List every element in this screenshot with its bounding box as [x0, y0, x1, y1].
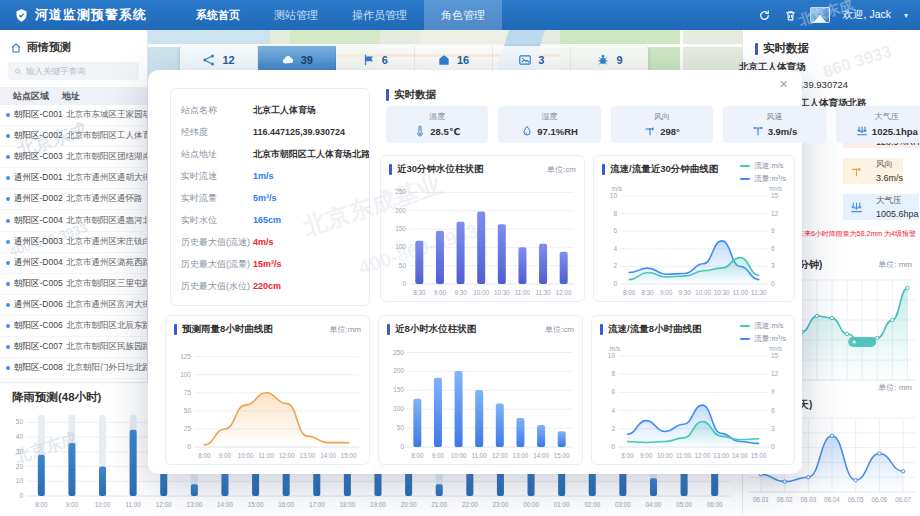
modal-realtime-tiles: 温度 28.5℃ 湿度 97.1%RH 风向 298° 风速	[386, 106, 920, 143]
svg-text:9:00: 9:00	[219, 452, 232, 459]
rain-forecast-title: 雨情预测	[27, 40, 71, 55]
refresh-icon[interactable]	[758, 9, 771, 22]
flow8-chart: 002346698121015m/sm³/s8:009:0010:0011:00…	[594, 340, 792, 462]
svg-text:8:00: 8:00	[198, 452, 211, 459]
svg-text:10:00: 10:00	[451, 452, 467, 459]
tile-circle	[843, 158, 869, 184]
tile-value: 1025.1hpa	[872, 126, 918, 137]
info-row: 历史最大值(流速) 4m/s	[181, 231, 359, 253]
map-stat-value: 16	[457, 54, 469, 66]
nav-tab[interactable]: 角色管理	[424, 0, 502, 30]
svg-text:30: 30	[16, 448, 24, 455]
station-row[interactable]: 朝阳区-C002 北京市朝阳区工人体育场北路	[0, 126, 147, 147]
bug-icon	[596, 53, 610, 67]
svg-text:12:00: 12:00	[694, 452, 710, 459]
svg-text:9:00: 9:00	[640, 452, 653, 459]
svg-text:14:00: 14:00	[217, 501, 233, 508]
tile-label: 风速	[723, 111, 825, 122]
station-row[interactable]: 朝阳区-C006 北京市朝阳区北辰东路	[0, 316, 147, 337]
svg-text:14:00: 14:00	[320, 452, 336, 459]
water30-card: 近30分钟水位柱状图 单位:cm 0501001502002508:309:00…	[380, 155, 585, 302]
svg-text:15: 15	[771, 192, 779, 199]
station-region: 通州区-D006	[14, 299, 66, 311]
realtime-tile: 大气压 1025.1hpa	[836, 106, 920, 143]
station-table-body: 朝阳区-C001 北京市东城区王家园胡同 朝阳区-C002 北京市朝阳区工人体育…	[0, 105, 147, 379]
svg-text:125: 125	[180, 353, 191, 360]
trash-icon[interactable]	[784, 9, 797, 22]
flow8-card: 流速/流量8小时曲线图 流速:m/s 流量:m³/s 0023466981210…	[591, 315, 795, 465]
svg-text:25: 25	[184, 425, 192, 432]
svg-text:11:00: 11:00	[676, 452, 692, 459]
svg-text:06.03: 06.03	[800, 496, 816, 503]
realtime-tile: 湿度 97.1%RH	[498, 106, 600, 143]
station-row[interactable]: 通州区-D006 北京市通州区富河大街	[0, 295, 147, 316]
svg-text:22:00: 22:00	[462, 501, 478, 508]
flow30-card: 流速/流量近30分钟曲线图 流速:m/s 流量:m³/s 00234669812…	[593, 155, 795, 302]
svg-text:50: 50	[397, 424, 405, 431]
realtime-panel-header: 实时数据	[743, 30, 920, 56]
nav-tab[interactable]: 操作员管理	[335, 0, 424, 30]
station-row[interactable]: 朝阳区-C004 北京市朝阳区通惠河北路	[0, 210, 147, 231]
legend-item: 流量:m³/s	[740, 174, 786, 184]
nav-tab[interactable]: 系统首页	[179, 0, 257, 30]
station-row[interactable]: 通州区-D003 北京市通州区宋庄镇白庙村	[0, 232, 147, 253]
svg-text:16:00: 16:00	[278, 501, 294, 508]
svg-text:11:00: 11:00	[472, 452, 488, 459]
app-title: 河道监测预警系统	[35, 6, 147, 24]
nav-tabs: 系统首页 测站管理 操作员管理 角色管理	[179, 0, 502, 30]
info-label: 实时水位	[181, 214, 253, 227]
station-row[interactable]: 朝阳区-C003 北京市朝阳区团结湖南里	[0, 147, 147, 168]
svg-text:11:00: 11:00	[733, 289, 749, 296]
bullet-dot-icon	[6, 303, 10, 307]
avatar[interactable]	[810, 7, 830, 23]
station-region: 朝阳区-C006	[14, 320, 66, 332]
info-value: 220cm	[253, 281, 281, 291]
nav-tab[interactable]: 测站管理	[257, 0, 335, 30]
close-icon[interactable]: ×	[779, 75, 788, 92]
search-input[interactable]	[26, 66, 133, 76]
bullet-dot-icon	[6, 324, 10, 328]
realtime-tile: 风向 3.6m/s	[843, 158, 903, 184]
chevron-down-icon[interactable]: ▾	[904, 11, 908, 20]
station-row[interactable]: 通州区-D004 北京市通州区潞苑西路	[0, 253, 147, 274]
svg-text:00:00: 00:00	[523, 501, 539, 508]
station-region: 朝阳区-C005	[14, 278, 66, 290]
svg-text:m/s: m/s	[610, 345, 621, 352]
svg-text:9:30: 9:30	[679, 289, 692, 296]
search-icon	[14, 67, 22, 76]
thermometer-icon	[414, 125, 426, 137]
chart-title: 流速/流量8小时曲线图	[608, 323, 701, 336]
svg-text:0: 0	[19, 492, 23, 499]
svg-text:06.04: 06.04	[824, 496, 840, 503]
realtime-tile: 风向 298°	[611, 106, 713, 143]
chart-unit: 单位:cm	[545, 324, 574, 335]
svg-text:250: 250	[393, 349, 404, 356]
station-row[interactable]: 朝阳区-C007 北京市朝阳区民族园路	[0, 337, 147, 358]
info-row: 经纬度 116.447125,39.930724	[181, 121, 359, 143]
svg-text:15:00: 15:00	[341, 452, 357, 459]
svg-text:4: 4	[613, 245, 617, 252]
svg-text:2: 2	[611, 425, 615, 432]
svg-text:11:30: 11:30	[535, 289, 551, 296]
svg-text:100: 100	[180, 371, 191, 378]
station-row[interactable]: 朝阳区-C005 北京市朝阳区三里屯路	[0, 274, 147, 295]
station-row[interactable]: 朝阳区-C008 北京朝阳门外日坛北路	[0, 358, 147, 379]
svg-text:3: 3	[771, 262, 775, 269]
svg-text:15:00: 15:00	[554, 452, 570, 459]
tile-value: 3.9m/s	[768, 126, 798, 137]
station-row[interactable]: 通州区-D002 北京市通州区通怀路	[0, 189, 147, 210]
station-region: 通州区-D002	[14, 193, 66, 205]
station-row[interactable]: 通州区-D001 北京市通州区通胡大街	[0, 168, 147, 189]
svg-text:0: 0	[611, 443, 615, 450]
info-row: 实时流量 5m³/s	[181, 187, 359, 209]
svg-text:10:00: 10:00	[238, 452, 254, 459]
station-address: 北京市东城区王家园胡同	[66, 109, 147, 121]
info-value: 165cm	[253, 215, 281, 225]
svg-text:15:00: 15:00	[248, 501, 264, 508]
station-address: 北京市朝阳区三里屯路	[66, 278, 147, 290]
station-row[interactable]: 朝阳区-C001 北京市东城区王家园胡同	[0, 105, 147, 126]
flow30-chart: 002346698121015m/sm³/s8:008:309:009:3010…	[596, 180, 792, 299]
svg-text:05:00: 05:00	[676, 501, 692, 508]
bullet-dot-icon	[6, 219, 10, 223]
station-region: 朝阳区-C003	[14, 151, 66, 163]
